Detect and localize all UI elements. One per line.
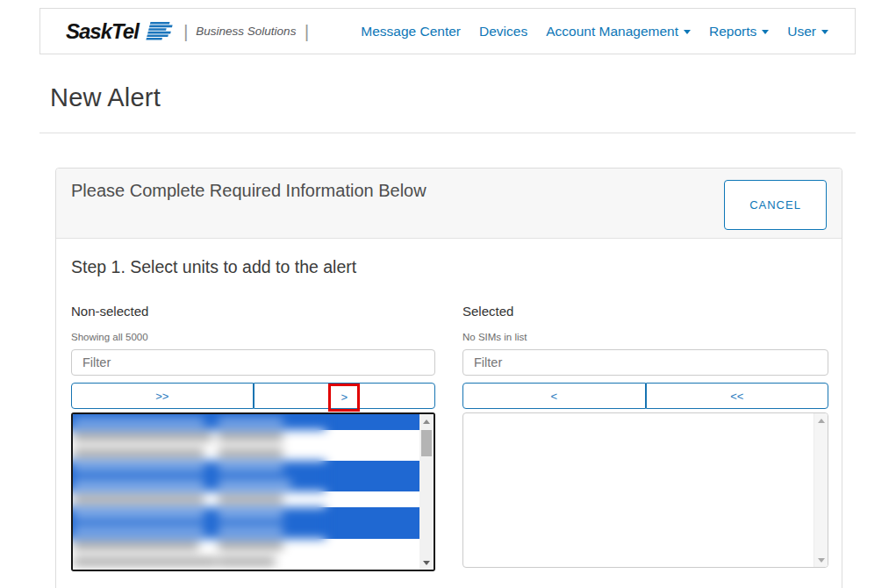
title-divider [39,133,856,133]
scroll-down-icon[interactable] [419,556,434,570]
non-selected-listbox[interactable] [71,412,435,571]
required-information-panel: Please Complete Required Information Bel… [55,168,842,588]
selected-label: Selected [462,304,828,319]
selected-scrollbar[interactable] [814,413,828,567]
brand-tagline: Business Solutions [196,25,296,38]
sasktel-logo: SaskTel [66,19,139,44]
brand: SaskTel | Business Solutions | [66,18,317,45]
list-item-redacted-text [73,477,326,492]
selected-listbox[interactable] [462,412,828,568]
scroll-up-icon[interactable] [814,413,828,427]
selected-count: No SIMs in list [462,332,828,342]
main-nav: Message Center Devices Account Managemen… [361,24,828,39]
list-item-redacted-text [73,445,326,461]
dual-list-columns: Non-selected Showing all 5000 >> > [71,304,828,571]
non-selected-list-inner [73,414,419,570]
panel-body: Step 1. Select units to add to the alert… [56,239,842,571]
selected-column: Selected No SIMs in list < << [462,304,828,571]
move-all-left-button[interactable]: << [646,383,829,409]
brand-separator: | [183,21,188,42]
step-title: Step 1. Select units to add to the alert [71,257,828,277]
nav-reports[interactable]: Reports [709,24,769,39]
non-selected-column: Non-selected Showing all 5000 >> > [71,304,435,571]
move-right-button-group: >> > [71,383,435,409]
nav-devices[interactable]: Devices [479,24,527,39]
brand-separator: | [304,21,308,42]
top-navigation-bar: SaskTel | Business Solutions | Message C… [39,8,856,54]
list-item-redacted-text [73,523,326,539]
chevron-down-icon [821,30,828,34]
panel-title: Please Complete Required Information Bel… [71,177,426,230]
scroll-down-icon[interactable] [814,553,828,567]
non-selected-count: Showing all 5000 [71,332,435,342]
list-item-redacted-text [73,539,326,555]
move-selected-left-button[interactable]: < [462,383,646,409]
panel-header: Please Complete Required Information Bel… [56,169,842,239]
list-item-redacted-text [73,491,326,507]
list-item-redacted-text [73,507,326,523]
nav-user[interactable]: User [787,24,828,39]
unit-rows-blur [73,414,326,570]
list-item-redacted-text [73,414,326,430]
list-item-redacted-text [73,461,326,477]
nav-account-management[interactable]: Account Management [546,24,691,39]
non-selected-filter-input[interactable] [71,349,435,376]
scroll-up-icon[interactable] [419,414,434,428]
non-selected-label: Non-selected [71,304,435,319]
sasktel-flag-icon [144,20,176,45]
page-title: New Alert [50,83,896,112]
list-item-redacted-text [73,554,326,570]
scrollbar-thumb[interactable] [421,430,432,456]
move-all-right-button[interactable]: >> [71,383,254,409]
chevron-down-icon [684,30,691,34]
list-item-redacted-text [73,430,326,446]
nav-message-center[interactable]: Message Center [361,24,461,39]
move-selected-right-button[interactable]: > [254,383,436,409]
chevron-down-icon [762,30,769,34]
selected-filter-input[interactable] [462,349,828,376]
move-left-button-group: < << [462,383,828,409]
non-selected-scrollbar[interactable] [419,414,434,570]
cancel-button[interactable]: CANCEL [724,180,827,230]
annotation-red-box: > [328,384,360,412]
